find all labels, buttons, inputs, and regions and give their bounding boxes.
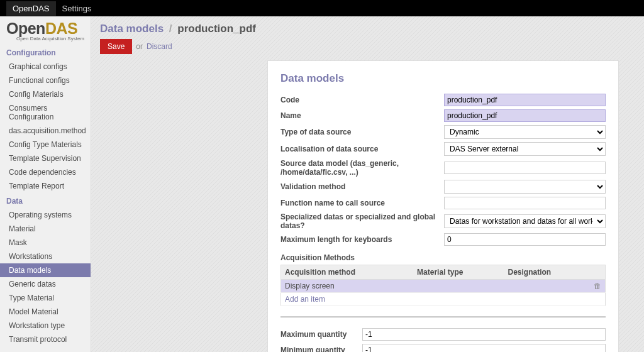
sidebar-item[interactable]: Model Material [0,305,91,319]
sidebar-item[interactable]: Type Material [0,291,91,305]
sidebar-item[interactable]: Workstation type [0,319,91,333]
sidebar-item[interactable]: Config Materials [0,87,91,101]
label-loc: Localisation of data source [280,145,444,153]
delete-row-icon[interactable]: 🗑 [590,280,606,293]
breadcrumb-root[interactable]: Data models [100,23,164,35]
name-input[interactable] [444,109,606,122]
sidebar-item[interactable]: Material [0,222,91,236]
table-row[interactable]: Display screen 🗑 [281,280,606,293]
label-type: Type of data source [280,128,444,136]
topbar-app[interactable]: OpenDAS [6,1,56,16]
sidebar-item[interactable]: Graphical configs [0,60,91,74]
discard-link[interactable]: Discard [147,42,172,51]
sidebar-section-data: Data [0,193,91,208]
code-input[interactable] [444,94,606,106]
sidebar-item[interactable]: Data models [0,263,91,277]
func-input[interactable] [444,197,606,209]
breadcrumb-current: production_pdf [177,23,256,35]
sidebar-item[interactable]: Template Report [0,179,91,193]
label-src: Source data model (das_generic, /home/da… [280,159,444,177]
maxq-input[interactable] [362,328,606,341]
sidebar-item[interactable]: Config Type Materials [0,138,91,151]
sidebar-item[interactable]: Functional configs [0,74,91,87]
main: Data models / production_pdf Save or Dis… [91,16,644,352]
form-title: Data models [280,72,606,85]
label-name: Name [280,111,444,120]
save-button[interactable]: Save [100,39,132,54]
sidebar-item[interactable]: Operating systems [0,208,91,222]
sidebar-item[interactable]: das.acquisition.method [0,124,91,138]
sidebar-section-config: Configuration [0,45,91,60]
logo: OpenDAS Open Data Acquisition System [0,19,91,45]
sidebar-item[interactable]: Mask [0,236,91,250]
label-valid: Validation method [280,182,444,191]
sidebar-item[interactable]: Consumers Configuration [0,101,91,124]
label-func: Function name to call source [280,199,444,207]
src-input[interactable] [444,162,606,174]
topbar: OpenDAS Settings [0,0,644,16]
type-select[interactable]: Dynamic [444,125,606,139]
add-item-link[interactable]: Add an item [281,293,606,306]
valid-select[interactable] [444,180,606,194]
label-spec: Specialized datas or specialized and glo… [280,212,444,230]
breadcrumb: Data models / production_pdf [91,16,644,39]
minq-input[interactable] [362,344,606,352]
label-minq: Minimum quantity [280,346,362,352]
sidebar-item[interactable]: Template Supervision [0,151,91,165]
maxlen-input[interactable] [444,233,606,246]
label-code: Code [280,96,444,104]
sidebar-item[interactable]: Generic datas [0,277,91,291]
or-text: or [136,42,143,51]
loc-select[interactable]: DAS Server external [444,142,606,156]
sidebar-item[interactable]: Code dependencies [0,165,91,179]
sidebar-item[interactable]: Workstations [0,250,91,263]
topbar-settings[interactable]: Settings [56,1,98,16]
label-maxlen: Maximum length for keyboards [280,235,444,244]
label-maxq: Maximum quantity [280,330,362,339]
acq-section: Acquisition Methods [280,253,606,262]
sidebar-item[interactable]: Transmit protocol [0,333,91,346]
spec-select[interactable]: Datas for workstation and datas for all … [444,214,606,228]
footer: Powered by Odoo [0,346,91,352]
acq-table: Acquisition method Material type Designa… [280,265,606,306]
form-card: Data models Code Name Type of data sourc… [267,60,619,352]
sidebar: OpenDAS Open Data Acquisition System Con… [0,16,91,352]
